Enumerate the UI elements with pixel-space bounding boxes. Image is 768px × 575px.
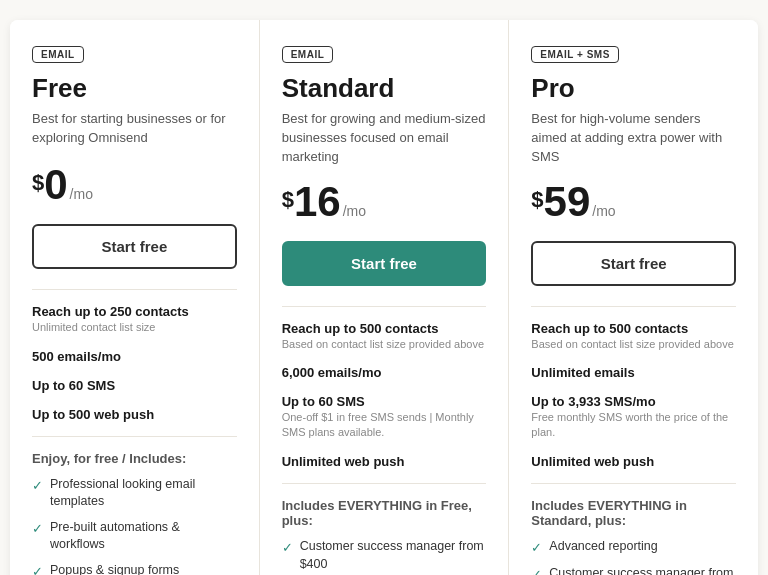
highlight-name-pro-3: Unlimited web push (531, 454, 736, 469)
highlight-name-standard-2: Up to 60 SMS (282, 394, 487, 409)
price-period-pro: /mo (592, 203, 615, 219)
feature-item-standard-0: ✓Customer success manager from $400 (282, 538, 487, 573)
check-icon-pro-1: ✓ (531, 566, 542, 575)
highlight-free-0: Reach up to 250 contactsUnlimited contac… (32, 304, 237, 335)
check-icon-free-1: ✓ (32, 520, 43, 538)
plan-name-pro: Pro (531, 73, 736, 104)
highlight-pro-3: Unlimited web push (531, 454, 736, 469)
highlight-standard-2: Up to 60 SMSOne-off $1 in free SMS sends… (282, 394, 487, 440)
plan-description-standard: Best for growing and medium-sized busine… (282, 110, 487, 167)
includes-label-pro: Includes EVERYTHING in Standard, plus: (531, 498, 736, 528)
feature-text-free-1: Pre-built automations & workflows (50, 519, 237, 554)
check-icon-free-0: ✓ (32, 477, 43, 495)
feature-text-free-0: Professional looking email templates (50, 476, 237, 511)
plan-price-free: $ 0 /mo (32, 164, 237, 206)
feature-text-pro-1: Customer success manager from $400 (549, 565, 736, 575)
divider2-free (32, 436, 237, 437)
highlight-free-1: 500 emails/mo (32, 349, 237, 364)
highlight-name-standard-0: Reach up to 500 contacts (282, 321, 487, 336)
pricing-container: EMAILFreeBest for starting businesses or… (10, 20, 758, 575)
highlight-name-free-0: Reach up to 250 contacts (32, 304, 237, 319)
plan-card-free: EMAILFreeBest for starting businesses or… (10, 20, 260, 575)
start-button-free[interactable]: Start free (32, 224, 237, 269)
start-button-standard[interactable]: Start free (282, 241, 487, 286)
plan-badge-free: EMAIL (32, 46, 84, 63)
feature-item-free-1: ✓Pre-built automations & workflows (32, 519, 237, 554)
price-period-standard: /mo (343, 203, 366, 219)
divider-pro (531, 306, 736, 307)
check-icon-free-2: ✓ (32, 563, 43, 575)
price-value-standard: 16 (294, 181, 341, 223)
plan-name-free: Free (32, 73, 237, 104)
price-value-pro: 59 (544, 181, 591, 223)
includes-label-free: Enjoy, for free / Includes: (32, 451, 237, 466)
start-button-pro[interactable]: Start free (531, 241, 736, 286)
highlight-free-3: Up to 500 web push (32, 407, 237, 422)
check-icon-pro-0: ✓ (531, 539, 542, 557)
highlight-sub-standard-2: One-off $1 in free SMS sends | Monthly S… (282, 410, 487, 440)
highlight-name-free-1: 500 emails/mo (32, 349, 237, 364)
price-period-free: /mo (70, 186, 93, 202)
divider-free (32, 289, 237, 290)
feature-list-standard: ✓Customer success manager from $400 (282, 538, 487, 573)
feature-item-pro-0: ✓Advanced reporting (531, 538, 736, 557)
highlight-pro-2: Up to 3,933 SMS/moFree monthly SMS worth… (531, 394, 736, 440)
price-symbol-standard: $ (282, 187, 294, 213)
highlight-name-pro-2: Up to 3,933 SMS/mo (531, 394, 736, 409)
divider2-pro (531, 483, 736, 484)
price-symbol-pro: $ (531, 187, 543, 213)
highlight-name-free-2: Up to 60 SMS (32, 378, 237, 393)
plan-price-standard: $ 16 /mo (282, 181, 487, 223)
plan-description-pro: Best for high-volume senders aimed at ad… (531, 110, 736, 167)
highlight-sub-pro-2: Free monthly SMS worth the price of the … (531, 410, 736, 440)
highlight-standard-1: 6,000 emails/mo (282, 365, 487, 380)
highlight-standard-3: Unlimited web push (282, 454, 487, 469)
plan-price-pro: $ 59 /mo (531, 181, 736, 223)
feature-item-free-2: ✓Popups & signup forms (32, 562, 237, 575)
highlight-sub-pro-0: Based on contact list size provided abov… (531, 337, 736, 352)
feature-text-pro-0: Advanced reporting (549, 538, 657, 556)
plan-name-standard: Standard (282, 73, 487, 104)
highlight-name-pro-0: Reach up to 500 contacts (531, 321, 736, 336)
check-icon-standard-0: ✓ (282, 539, 293, 557)
plan-card-pro: EMAIL + SMSProBest for high-volume sende… (509, 20, 758, 575)
highlight-name-free-3: Up to 500 web push (32, 407, 237, 422)
plan-card-standard: EMAILStandardBest for growing and medium… (260, 20, 510, 575)
feature-list-pro: ✓Advanced reporting✓Customer success man… (531, 538, 736, 575)
feature-list-free: ✓Professional looking email templates✓Pr… (32, 476, 237, 575)
feature-item-pro-1: ✓Customer success manager from $400 (531, 565, 736, 575)
highlight-name-standard-1: 6,000 emails/mo (282, 365, 487, 380)
plan-badge-pro: EMAIL + SMS (531, 46, 619, 63)
includes-label-standard: Includes EVERYTHING in Free, plus: (282, 498, 487, 528)
price-symbol-free: $ (32, 170, 44, 196)
highlight-name-pro-1: Unlimited emails (531, 365, 736, 380)
plan-description-free: Best for starting businesses or for expl… (32, 110, 237, 150)
highlight-name-standard-3: Unlimited web push (282, 454, 487, 469)
highlight-sub-free-0: Unlimited contact list size (32, 320, 237, 335)
divider-standard (282, 306, 487, 307)
divider2-standard (282, 483, 487, 484)
highlight-pro-1: Unlimited emails (531, 365, 736, 380)
plan-badge-standard: EMAIL (282, 46, 334, 63)
feature-item-free-0: ✓Professional looking email templates (32, 476, 237, 511)
price-value-free: 0 (44, 164, 67, 206)
feature-text-standard-0: Customer success manager from $400 (300, 538, 487, 573)
feature-text-free-2: Popups & signup forms (50, 562, 179, 575)
highlight-standard-0: Reach up to 500 contactsBased on contact… (282, 321, 487, 352)
highlight-sub-standard-0: Based on contact list size provided abov… (282, 337, 487, 352)
highlight-pro-0: Reach up to 500 contactsBased on contact… (531, 321, 736, 352)
highlight-free-2: Up to 60 SMS (32, 378, 237, 393)
